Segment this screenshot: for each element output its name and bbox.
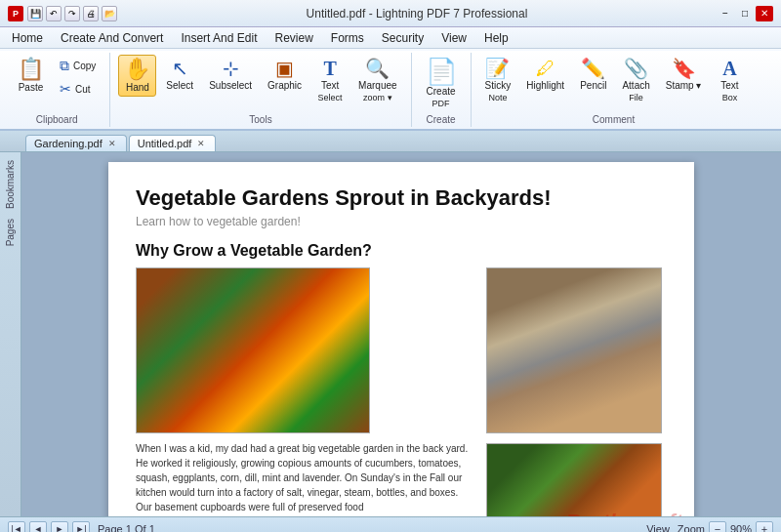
page-num: 1 — [126, 523, 132, 533]
sticky-note-button[interactable]: 📝 Sticky Note — [479, 55, 517, 106]
select-label: Select — [166, 80, 193, 91]
pencil-button[interactable]: ✏️ Pencil — [574, 55, 612, 95]
marquee-zoom-sub: zoom ▾ — [363, 93, 392, 102]
text-box-sub: Box — [722, 93, 738, 102]
quick-access-toolbar: 💾 ↶ ↷ 🖨 📂 — [27, 6, 117, 21]
undo-quick-icon[interactable]: ↶ — [46, 6, 62, 21]
save-quick-icon[interactable]: 💾 — [27, 6, 43, 21]
comment-label: Comment — [593, 114, 635, 125]
side-panel-left: Bookmarks Pages — [0, 152, 21, 516]
menu-forms[interactable]: Forms — [323, 29, 372, 47]
graphic-label: Graphic — [267, 80, 302, 91]
menu-home[interactable]: Home — [4, 29, 51, 47]
menu-view[interactable]: View — [433, 29, 474, 47]
minimize-button[interactable]: − — [717, 6, 734, 21]
next-page-button[interactable]: ► — [51, 521, 68, 533]
pdf-left-col: When I was a kid, my dad had a great big… — [136, 267, 476, 516]
highlight-icon: 🖊 — [536, 59, 555, 78]
graphic-tool-button[interactable]: ▣ Graphic — [262, 55, 308, 95]
sticky-note-label: Sticky — [485, 80, 512, 91]
tab-untitled-close[interactable]: ✕ — [195, 138, 207, 149]
text-select-sub: Select — [318, 93, 343, 102]
text-box-icon: A — [722, 59, 736, 78]
stamp-label: Stamp ▾ — [666, 80, 702, 91]
title-bar: P 💾 ↶ ↷ 🖨 📂 Untitled.pdf - Lightning PDF… — [0, 0, 781, 27]
tab-untitled[interactable]: Untitled.pdf ✕ — [129, 135, 217, 151]
window-controls: − □ ✕ — [717, 6, 773, 21]
garden-small-image — [486, 443, 662, 516]
cut-icon: ✂ — [60, 81, 71, 97]
create-pdf-button[interactable]: 📄 Create PDF — [420, 55, 463, 112]
cut-label: Cut — [75, 84, 91, 95]
ribbon-group-tools: ✋ Hand ↖ Select ⊹ Subselect ▣ Graphic T — [110, 53, 411, 127]
page-total: 1 — [149, 523, 155, 533]
comment-items: 📝 Sticky Note 🖊 Highlight ✏️ Pencil 📎 At… — [479, 55, 749, 112]
attach-file-label: Attach — [622, 80, 649, 91]
status-right: View Zoom − 90% + — [646, 521, 773, 533]
maximize-button[interactable]: □ — [736, 6, 754, 21]
pdf-page: Vegetable Gardens Sprout in Backyards! L… — [108, 162, 694, 516]
text-box-button[interactable]: A Text Box — [711, 55, 748, 106]
zoom-label: Zoom — [678, 523, 705, 533]
pdf-section1-title: Why Grow a Vegetable Garden? — [136, 242, 667, 260]
document-canvas: Vegetable Gardens Sprout in Backyards! L… — [21, 152, 781, 516]
open-quick-icon[interactable]: 📂 — [102, 6, 117, 21]
app-icon: P — [8, 6, 23, 21]
prev-page-button[interactable]: ◄ — [29, 521, 47, 533]
ribbon-content: 📋 Paste ⧉ Copy ✂ Cut Clipboard — [0, 51, 781, 129]
attach-file-button[interactable]: 📎 Attach File — [616, 55, 655, 106]
menu-help[interactable]: Help — [476, 29, 516, 47]
zoom-in-button[interactable]: + — [756, 521, 773, 533]
clipboard-label: Clipboard — [36, 114, 78, 125]
copy-icon: ⧉ — [60, 58, 69, 74]
create-pdf-icon: 📄 — [426, 59, 457, 84]
menu-review[interactable]: Review — [267, 29, 320, 47]
zoom-out-button[interactable]: − — [709, 521, 726, 533]
close-button[interactable]: ✕ — [756, 6, 773, 21]
ribbon-group-clipboard: 📋 Paste ⧉ Copy ✂ Cut Clipboard — [4, 53, 110, 127]
subselect-icon: ⊹ — [223, 59, 239, 78]
pdf-subtitle: Learn how to vegetable garden! — [136, 215, 667, 228]
page-of: Of — [135, 523, 146, 533]
paste-icon: 📋 — [18, 59, 44, 80]
menu-insert-edit[interactable]: Insert And Edit — [173, 29, 265, 47]
planting-image — [486, 267, 662, 433]
tab-gardening-label: Gardening.pdf — [34, 138, 103, 149]
menu-security[interactable]: Security — [374, 29, 432, 47]
marquee-zoom-icon: 🔍 — [365, 59, 390, 78]
select-tool-button[interactable]: ↖ Select — [160, 55, 199, 95]
attach-file-sub: File — [629, 93, 643, 102]
cut-button[interactable]: ✂ Cut — [54, 78, 102, 100]
marquee-zoom-label: Marquee — [358, 80, 396, 91]
paste-label: Paste — [19, 82, 44, 93]
create-items: 📄 Create PDF — [420, 55, 463, 112]
highlight-label: Highlight — [526, 80, 564, 91]
print-quick-icon[interactable]: 🖨 — [83, 6, 99, 21]
document-tabs: Gardening.pdf ✕ Untitled.pdf ✕ — [0, 131, 781, 152]
pages-panel-label[interactable]: Pages — [3, 215, 18, 250]
graphic-icon: ▣ — [275, 59, 294, 78]
paste-button[interactable]: 📋 Paste — [12, 55, 50, 97]
copy-label: Copy — [73, 61, 96, 71]
menu-create-convert[interactable]: Create And Convert — [53, 29, 171, 47]
hand-tool-button[interactable]: ✋ Hand — [118, 55, 156, 97]
bookmarks-panel-label[interactable]: Bookmarks — [3, 156, 18, 213]
sticky-note-sub: Note — [488, 93, 507, 102]
stamp-button[interactable]: 🔖 Stamp ▾ — [660, 55, 708, 95]
hand-label: Hand — [126, 82, 149, 93]
window-title: Untitled.pdf - Lightning PDF 7 Professio… — [117, 7, 717, 20]
copy-button[interactable]: ⧉ Copy — [54, 55, 102, 77]
pencil-icon: ✏️ — [581, 59, 605, 78]
tab-gardening-close[interactable]: ✕ — [106, 138, 118, 149]
highlight-button[interactable]: 🖊 Highlight — [520, 55, 570, 95]
first-page-button[interactable]: |◄ — [8, 521, 25, 533]
subselect-tool-button[interactable]: ⊹ Subselect — [203, 55, 258, 95]
title-bar-left: P 💾 ↶ ↷ 🖨 📂 — [8, 6, 117, 21]
text-select-tool-button[interactable]: T Text Select — [311, 55, 349, 106]
text-select-icon: T — [323, 59, 336, 78]
pencil-label: Pencil — [580, 80, 606, 91]
marquee-zoom-button[interactable]: 🔍 Marquee zoom ▾ — [352, 55, 402, 106]
tab-gardening[interactable]: Gardening.pdf ✕ — [25, 135, 127, 151]
redo-quick-icon[interactable]: ↷ — [64, 6, 80, 21]
last-page-button[interactable]: ►| — [72, 521, 90, 533]
